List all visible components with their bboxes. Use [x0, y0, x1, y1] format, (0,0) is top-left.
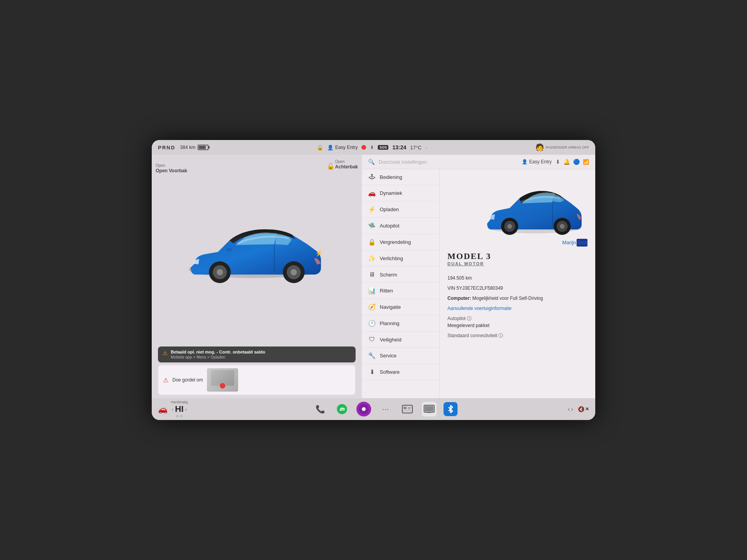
menu-item-vergrendeling[interactable]: 🔒Vergrendeling	[362, 234, 439, 250]
menu-icon-bediening: 🕹	[368, 173, 376, 180]
airbag-label: PASSENGER AIRBAG OFF	[545, 145, 589, 150]
mute-icon: 🔇	[578, 406, 584, 412]
more-apps-button[interactable]: ⋯	[378, 402, 393, 416]
vin-row: VIN 5YJ3E7EC2LF580349	[447, 285, 587, 292]
menu-label-vergrendeling: Vergrendeling	[380, 239, 411, 245]
battery-icon	[198, 145, 209, 150]
left-panel: Open Open Voorbak Open Achterbak 🔓	[152, 155, 362, 398]
svg-rect-27	[425, 406, 433, 411]
open-trunk-label[interactable]: Open Achterbak	[335, 159, 358, 170]
taskbar-right: ‹ › 🔇 ✕	[542, 406, 589, 412]
menu-label-planning: Planning	[380, 320, 400, 326]
menu-item-autopilot[interactable]: 🛸Autopilot	[362, 218, 439, 234]
airbag-icon: 🧑	[535, 143, 544, 152]
menu-icon-autopilot: 🛸	[368, 222, 376, 229]
prnd-display: PRND	[158, 145, 175, 150]
next-button[interactable]: ›	[571, 406, 573, 412]
search-input[interactable]: Doorzoek instellingen	[379, 159, 518, 165]
menu-icon-service: 🔧	[368, 352, 376, 359]
signal-icon: 📶	[583, 159, 589, 165]
menu-item-software[interactable]: ⬇Software	[362, 364, 439, 380]
menu-icon-opladen: ⚡	[368, 206, 376, 213]
settings-header: 🔍 Doorzoek instellingen 👤 Easy Entry ⬇ 🔔…	[362, 155, 595, 169]
download-icon: ⬇	[370, 145, 374, 150]
menu-item-navigatie[interactable]: 🧭Navigatie	[362, 299, 439, 315]
spotify-button[interactable]	[335, 402, 349, 416]
car-home-button[interactable]: 🚗	[158, 404, 168, 414]
menu-item-ritten[interactable]: 📊Ritten	[362, 283, 439, 299]
person-icon: 👤	[327, 145, 333, 150]
connectivity-row: Standaard connectiviteit ⓘ	[447, 332, 587, 339]
notifications-area: ⚠ Betaald opl. niet mog. - Contr. onbeta…	[152, 343, 362, 398]
media-button[interactable]	[356, 402, 371, 416]
prev-button[interactable]: ‹	[568, 406, 570, 412]
model-sub: DUAL MOTOR	[447, 261, 491, 266]
menu-item-opladen[interactable]: ⚡Opladen	[362, 201, 439, 218]
car-illustration: ⚡	[183, 213, 331, 292]
bluetooth-icon-header[interactable]: 🔵	[573, 159, 580, 165]
car-area: Open Open Voorbak Open Achterbak 🔓	[152, 155, 362, 343]
svg-point-14	[507, 224, 512, 229]
taskbar-left: 🚗 Handmatig ‹ HI › ⊙⊙	[158, 400, 228, 418]
open-frunk-label[interactable]: Open Open Voorbak	[156, 163, 187, 174]
volume-label: ✕	[585, 406, 589, 412]
menu-icon-software: ⬇	[368, 368, 376, 376]
fan-dots: ⊙⊙	[176, 414, 183, 418]
download-icon-header[interactable]: ⬇	[556, 159, 560, 165]
menu-label-service: Service	[380, 353, 396, 359]
hi-controls: ‹ HI ›	[172, 404, 187, 414]
menu-label-opladen: Opladen	[380, 206, 399, 212]
menu-icon-veiligheid: 🛡	[368, 336, 376, 343]
menu-item-veiligheid[interactable]: 🛡Veiligheid	[362, 332, 439, 348]
car-info-panel: MODEL 3 DUAL MOTOR Marijn Smit 194.505 k…	[440, 169, 595, 398]
car-3d-svg	[482, 177, 587, 237]
menu-icon-dynamiek: 🚗	[368, 189, 376, 197]
svg-point-4	[217, 269, 223, 275]
menu-item-verlichting[interactable]: ✨Verlichting	[362, 250, 439, 267]
menu-icon-ritten: 📊	[368, 287, 376, 294]
easy-entry-header: 👤 Easy Entry	[522, 159, 552, 164]
menu-icon-vergrendeling: 🔒	[368, 238, 376, 246]
volume-control[interactable]: 🔇 ✕	[578, 406, 589, 412]
payment-warning: ⚠ Betaald opl. niet mog. - Contr. onbeta…	[158, 346, 356, 362]
svg-rect-21	[402, 405, 412, 413]
menu-label-ritten: Ritten	[380, 288, 393, 294]
svg-point-7	[291, 269, 297, 275]
owner-name: Marijn Smit	[562, 240, 587, 245]
battery-section: 384 km	[180, 145, 209, 150]
header-icons: ⬇ 🔔 🔵 📶	[556, 159, 589, 165]
menu-item-planning[interactable]: 🕐Planning	[362, 315, 439, 332]
menu-item-bediening[interactable]: 🕹Bediening	[362, 169, 439, 185]
right-panel: 🔍 Doorzoek instellingen 👤 Easy Entry ⬇ 🔔…	[362, 155, 595, 398]
screen-button[interactable]	[422, 402, 437, 416]
menu-label-navigatie: Navigatie	[380, 304, 401, 310]
temp-down-button[interactable]: ‹	[172, 406, 173, 412]
bell-icon[interactable]: 🔔	[563, 159, 570, 165]
additional-info-link[interactable]: Aanvullende voertuiginformatie	[447, 305, 587, 312]
status-bar: PRND 384 km 🔒 👤 Easy Entry ⬇ SOS 13:24 1…	[152, 140, 595, 155]
id-card-button[interactable]	[400, 402, 415, 416]
status-middle: 🔒 👤 Easy Entry ⬇ SOS 13:24 17°C -	[317, 144, 427, 150]
bluetooth-button[interactable]	[444, 402, 458, 416]
temp-up-button[interactable]: ›	[185, 406, 187, 412]
menu-item-dynamiek[interactable]: 🚗Dynamiek	[362, 185, 439, 201]
warning-sub: Mobiele app > Menu > Opladen	[171, 355, 265, 359]
menu-label-dynamiek: Dynamiek	[380, 190, 402, 196]
menu-label-veiligheid: Veiligheid	[380, 337, 402, 343]
menu-label-verlichting: Verlichting	[380, 256, 403, 261]
menu-label-scherm: Scherm	[380, 272, 397, 278]
seatbelt-text: Doe gordel om	[172, 377, 203, 383]
phone-button[interactable]: 📞	[313, 402, 328, 416]
climate-setting: HI	[175, 404, 184, 414]
menu-item-service[interactable]: 🔧Service	[362, 348, 439, 364]
menu-item-scherm[interactable]: 🖥Scherm	[362, 267, 439, 283]
trunk-lock-icon: 🔓	[327, 163, 335, 170]
svg-text:⚡: ⚡	[315, 249, 323, 257]
seatbelt-icon: ⚠	[163, 376, 168, 384]
computer-row: Computer: Mogelijkheid voor Full Self-Dr…	[447, 295, 587, 302]
model-name: MODEL 3	[447, 251, 491, 261]
menu-label-autopilot: Autopilot	[380, 223, 400, 229]
divider: -	[425, 144, 427, 150]
warning-icon: ⚠	[163, 350, 168, 356]
search-icon: 🔍	[368, 159, 375, 165]
